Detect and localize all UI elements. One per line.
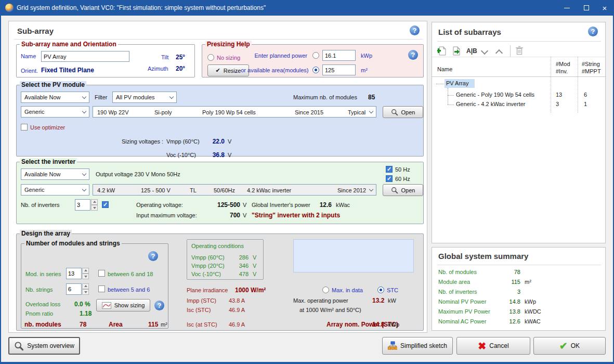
planned-power-radio[interactable] bbox=[312, 52, 319, 59]
mod-series-stepper[interactable] bbox=[66, 268, 89, 279]
freq-60hz-checkbox[interactable] bbox=[386, 175, 393, 182]
stepper-down-icon[interactable] bbox=[91, 205, 98, 211]
max-power-conditions: at 1000 W/m² and 50°C) bbox=[299, 307, 361, 313]
name-orientation-group: Sub-array name and Orientation Name Tilt… bbox=[16, 44, 195, 77]
planned-power-input[interactable] bbox=[322, 50, 356, 61]
col-string-header-line2: #MPPT bbox=[582, 68, 601, 74]
inverter-open-label: Open bbox=[401, 187, 415, 193]
stepper-up-icon[interactable] bbox=[91, 199, 98, 205]
simplified-sketch-button[interactable]: Simplified sketch bbox=[382, 337, 453, 355]
summary-value-nominal-ac: 12.6 bbox=[494, 318, 520, 324]
summary-label-max-pv: Maximum PV Power bbox=[438, 308, 490, 315]
close-button[interactable]: × bbox=[595, 0, 614, 16]
summary-value-area: 115 bbox=[494, 279, 520, 285]
max-in-data-radio[interactable] bbox=[322, 287, 329, 293]
nb-strings-stepper[interactable] bbox=[66, 283, 89, 295]
plane-irradiance-value: 1000 W/m² bbox=[235, 287, 266, 294]
presizing-group-title: Presizing Help bbox=[205, 41, 252, 48]
nb-strings-input[interactable] bbox=[66, 283, 82, 295]
inverter-manufacturer-value: Generic bbox=[24, 187, 45, 193]
show-sizing-button[interactable]: Show sizing bbox=[96, 299, 150, 311]
isc-at-stc-label: Isc (at STC) bbox=[187, 321, 217, 328]
module-availability-dropdown[interactable]: Available Now bbox=[21, 92, 89, 103]
vmpp60-value: 22.0 bbox=[201, 138, 225, 145]
voc-label: Voc (-10°C) bbox=[166, 152, 196, 158]
stepper-up-icon[interactable] bbox=[82, 268, 89, 274]
inverter-name: 4.2 kWac inverter bbox=[247, 185, 291, 196]
mod-series-input[interactable] bbox=[66, 268, 82, 279]
maximize-button[interactable] bbox=[577, 0, 596, 16]
inverter-availability-dropdown[interactable]: Available Now bbox=[21, 168, 89, 180]
module-row-name[interactable]: Generic - Poly 190 Wp 54 cells bbox=[456, 92, 534, 98]
use-optimizer-checkbox[interactable] bbox=[21, 124, 28, 131]
sizing-plot-placeholder bbox=[293, 239, 414, 272]
max-operating-power-value: 13.2 bbox=[372, 297, 384, 304]
system-overview-button[interactable]: System overview bbox=[8, 337, 80, 355]
vmpp60-cond-value: 286 bbox=[233, 254, 249, 261]
available-area-radio[interactable] bbox=[312, 67, 319, 73]
move-up-button[interactable] bbox=[495, 49, 503, 57]
show-sizing-help-icon[interactable]: ? bbox=[154, 301, 164, 310]
move-down-button[interactable] bbox=[481, 47, 488, 55]
module-availability-value: Available Now bbox=[24, 94, 61, 100]
export-subarray-button[interactable] bbox=[452, 45, 462, 57]
module-note: Typical bbox=[348, 107, 365, 118]
no-sizing-radio[interactable] bbox=[207, 54, 214, 61]
inverter-freq: 50/60Hz bbox=[214, 185, 235, 196]
stepper-down-icon[interactable] bbox=[82, 289, 89, 295]
cancel-label: Cancel bbox=[489, 342, 508, 349]
delete-subarray-button[interactable] bbox=[515, 45, 524, 56]
chevron-down-icon bbox=[82, 172, 86, 176]
nb-inverters-auto-checkbox[interactable] bbox=[102, 201, 109, 208]
name-label: Name bbox=[21, 53, 36, 59]
col-string-header-line1: #String bbox=[582, 61, 600, 67]
use-optimizer-label: Use optimizer bbox=[30, 124, 65, 131]
available-area-input[interactable] bbox=[322, 64, 356, 75]
presizing-help-icon[interactable]: ? bbox=[408, 50, 418, 60]
freq-50hz-checkbox[interactable] bbox=[386, 166, 393, 173]
rename-subarray-button[interactable]: A|B bbox=[466, 47, 477, 55]
available-area-unit: m² bbox=[361, 67, 368, 73]
stepper-up-icon[interactable] bbox=[82, 283, 89, 289]
impp-label: Impp (STC) bbox=[187, 297, 216, 304]
stc-radio[interactable] bbox=[377, 287, 384, 293]
minimize-button[interactable] bbox=[557, 0, 576, 16]
inverter-open-button[interactable]: Open bbox=[383, 184, 423, 196]
mod-series-range-checkbox[interactable] bbox=[98, 270, 105, 277]
modules-strings-help-icon[interactable]: ? bbox=[148, 251, 158, 261]
subarray-row-name[interactable]: PV Array bbox=[446, 80, 468, 86]
system-overview-label: System overview bbox=[27, 342, 74, 349]
subarray-help-icon[interactable]: ? bbox=[410, 25, 420, 35]
stepper-down-icon[interactable] bbox=[82, 274, 89, 279]
module-power: 190 Wp 22V bbox=[97, 107, 129, 118]
inverter-row-name[interactable]: Generic - 4.2 kWac inverter bbox=[456, 101, 525, 107]
module-manufacturer-dropdown[interactable]: Generic bbox=[21, 106, 89, 118]
add-subarray-button[interactable] bbox=[437, 45, 447, 57]
summary-label-nominal-ac: Nominal AC Power bbox=[438, 318, 486, 324]
subarrays-list-help-icon[interactable]: ? bbox=[588, 27, 598, 36]
nb-inverters-input[interactable] bbox=[75, 199, 90, 211]
module-open-button[interactable]: Open bbox=[383, 106, 423, 118]
subarray-name-input[interactable] bbox=[41, 51, 129, 62]
cancel-button[interactable]: ✖ Cancel bbox=[456, 337, 530, 355]
nb-strings-range-checkbox[interactable] bbox=[98, 285, 105, 292]
title-bar: Grid system definition, Variant VC0: "Fi… bbox=[0, 0, 614, 16]
nb-modules-label: nb. modules bbox=[24, 321, 61, 328]
inverter-select-dropdown[interactable]: 4.2 kW 125 - 500 V TL 50/60Hz 4.2 kWac i… bbox=[93, 184, 376, 196]
summary-value-max-pv: 13.8 bbox=[494, 308, 520, 315]
module-filter-dropdown[interactable]: All PV modules bbox=[112, 92, 177, 103]
nb-inverters-stepper[interactable] bbox=[75, 199, 98, 211]
impp-value: 43.8 A bbox=[229, 297, 245, 304]
module-select-dropdown[interactable]: 190 Wp 22V Si-poly Poly 190 Wp 54 cells … bbox=[93, 106, 376, 118]
summary-label-area: Module area bbox=[438, 279, 470, 285]
ok-button[interactable]: ✔ OK bbox=[533, 337, 606, 355]
inverter-availability-value: Available Now bbox=[24, 171, 61, 177]
chevron-down-icon bbox=[169, 95, 174, 99]
max-in-data-label: Max. in data bbox=[332, 287, 363, 293]
show-sizing-label: Show sizing bbox=[114, 302, 145, 308]
inverter-manufacturer-dropdown[interactable]: Generic bbox=[21, 184, 89, 196]
freq-60hz-label: 60 Hz bbox=[395, 176, 410, 182]
module-filter-value: All PV modules bbox=[116, 94, 155, 100]
filter-label: Filter bbox=[95, 94, 107, 100]
module-since: Since 2015 bbox=[295, 107, 323, 118]
